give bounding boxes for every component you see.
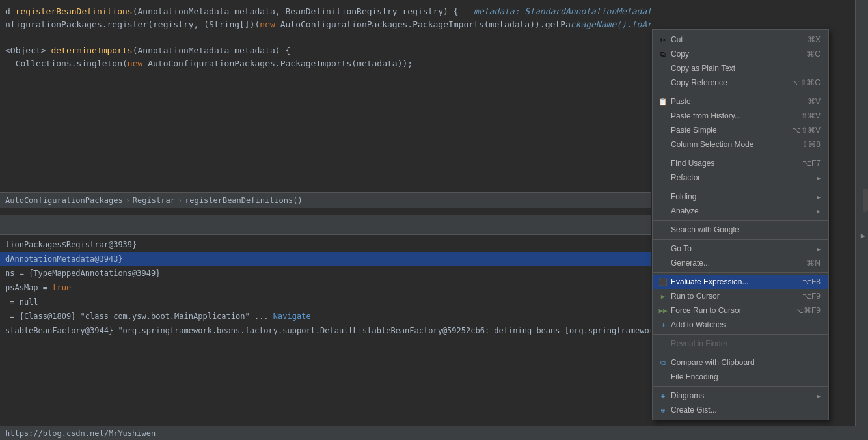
- refactor-arrow: [817, 174, 821, 182]
- cut-menu-item[interactable]: ✂ Cut ⌘X: [653, 33, 828, 47]
- diagram-icon: ◈: [658, 391, 668, 401]
- breadcrumb-sep-2: ›: [178, 196, 182, 205]
- debug-line-2[interactable]: dAnnotationMetadata@3943}: [0, 252, 651, 266]
- goto-menu-item[interactable]: Go To: [653, 241, 828, 256]
- cut-shortcut: ⌘X: [807, 35, 821, 44]
- run-cursor-icon: ▶: [658, 291, 668, 301]
- watch-icon: ＋: [658, 320, 668, 330]
- force-run-label: Force Run to Cursor: [671, 306, 742, 315]
- generate-shortcut: ⌘N: [807, 258, 821, 268]
- paste-simple-shortcut: ⌥⇧⌘V: [792, 126, 821, 135]
- navigate-link[interactable]: Navigate: [273, 310, 311, 323]
- copy-label: Copy: [671, 49, 689, 59]
- breadcrumb-item-2[interactable]: Registrar: [133, 196, 175, 205]
- find-usages-menu-item[interactable]: Find Usages ⌥F7: [653, 156, 828, 171]
- force-run-menu-item[interactable]: ▶▶ Force Run to Cursor ⌥⌘F9: [653, 303, 828, 318]
- debug-line-3[interactable]: ns = {TypeMappedAnnotations@3949}: [0, 266, 651, 281]
- paste-history-label: Paste from History...: [671, 111, 741, 120]
- diagrams-label: Diagrams: [671, 391, 704, 400]
- paste-history-shortcut: ⇧⌘V: [801, 111, 821, 120]
- scrollbar[interactable]: [863, 189, 868, 212]
- evaluate-shortcut: ⌥F8: [802, 277, 821, 286]
- column-mode-label: Column Selection Mode: [671, 140, 753, 149]
- code-line-singleton: Collections .singleton( new AutoConfigur…: [0, 57, 651, 70]
- compare-clipboard-menu-item[interactable]: ⧉ Compare with Clipboard: [653, 355, 828, 370]
- gist-icon: ⊕: [658, 405, 668, 415]
- refactor-menu-item[interactable]: Refactor: [653, 171, 828, 185]
- code-line-method: < Object > determineImports ( Annotation…: [0, 44, 651, 57]
- copy-plain-menu-item[interactable]: Copy as Plain Text: [653, 61, 828, 76]
- search-google-menu-item[interactable]: Search with Google: [653, 223, 828, 237]
- code-line-blank: [0, 31, 651, 44]
- breadcrumb-item-3[interactable]: registerBeanDefinitions(): [185, 196, 303, 205]
- right-panel: ▶: [855, 0, 868, 440]
- debug-line-7[interactable]: stableBeanFactory@3944} "org.springframe…: [0, 323, 651, 338]
- add-watches-menu-item[interactable]: ＋ Add to Watches: [653, 318, 828, 332]
- separator-6: [653, 272, 828, 273]
- paste-label: Paste: [671, 97, 691, 106]
- separator-7: [653, 334, 828, 335]
- separator-1: [653, 92, 828, 92]
- separator-2: [653, 154, 828, 154]
- paste-icon: 📋: [658, 96, 668, 107]
- debug-toolbar: [0, 215, 651, 235]
- code-content: d registerBeanDefinitions ( AnnotationMe…: [0, 0, 651, 76]
- folding-label: Folding: [671, 192, 696, 201]
- debug-line-1[interactable]: tionPackages$Registrar@3939}: [0, 238, 651, 252]
- folding-arrow: [817, 193, 821, 201]
- folding-menu-item[interactable]: Folding: [653, 189, 828, 204]
- separator-5: [653, 239, 828, 240]
- file-encoding-menu-item[interactable]: File Encoding: [653, 370, 828, 384]
- editor-area: d registerBeanDefinitions ( AnnotationMe…: [0, 0, 651, 440]
- copy-menu-item[interactable]: ⧉ Copy ⌘C: [653, 47, 828, 61]
- generate-label: Generate...: [671, 258, 710, 268]
- copy-ref-menu-item[interactable]: Copy Reference ⌥⇧⌘C: [653, 76, 828, 90]
- debug-vars: tionPackages$Registrar@3939} dAnnotation…: [0, 235, 651, 340]
- code-line-1: d registerBeanDefinitions ( AnnotationMe…: [0, 5, 651, 18]
- reveal-finder-label: Reveal in Finder: [671, 339, 727, 348]
- analyze-label: Analyze: [671, 206, 699, 215]
- add-watches-label: Add to Watches: [671, 320, 726, 329]
- run-cursor-label: Run to Cursor: [671, 292, 720, 301]
- column-mode-shortcut: ⇧⌘8: [802, 140, 821, 149]
- debug-line-5[interactable]: = null: [0, 295, 651, 309]
- run-cursor-shortcut: ⌥F9: [802, 292, 821, 301]
- separator-4: [653, 220, 828, 221]
- paste-shortcut: ⌘V: [807, 97, 821, 106]
- file-encoding-label: File Encoding: [671, 372, 718, 381]
- status-url: https://blog.csdn.net/MrYushiwen: [5, 429, 156, 438]
- separator-3: [653, 187, 828, 187]
- goto-label: Go To: [671, 244, 692, 253]
- compare-icon: ⧉: [658, 357, 668, 368]
- analyze-menu-item[interactable]: Analyze: [653, 204, 828, 218]
- run-cursor-menu-item[interactable]: ▶ Run to Cursor ⌥F9: [653, 289, 828, 303]
- right-panel-icon-1: ▶: [861, 231, 865, 240]
- paste-history-menu-item[interactable]: Paste from History... ⇧⌘V: [653, 109, 828, 123]
- context-menu: ✂ Cut ⌘X ⧉ Copy ⌘C Copy as Plain Text Co…: [652, 29, 829, 420]
- paste-simple-menu-item[interactable]: Paste Simple ⌥⇧⌘V: [653, 123, 828, 137]
- debug-line-6[interactable]: = {Class@1809} "class com.ysw.boot.MainA…: [0, 309, 651, 323]
- reveal-finder-menu-item[interactable]: Reveal in Finder: [653, 337, 828, 351]
- breadcrumb-item-1[interactable]: AutoConfigurationPackages: [5, 196, 123, 205]
- paste-simple-label: Paste Simple: [671, 126, 717, 135]
- force-run-shortcut: ⌥⌘F9: [794, 306, 821, 315]
- goto-arrow: [817, 245, 821, 253]
- diagrams-menu-item[interactable]: ◈ Diagrams: [653, 389, 828, 403]
- column-mode-menu-item[interactable]: Column Selection Mode ⇧⌘8: [653, 137, 828, 152]
- debug-line-4[interactable]: psAsMap = true: [0, 281, 651, 295]
- find-usages-label: Find Usages: [671, 159, 714, 168]
- paste-menu-item[interactable]: 📋 Paste ⌘V: [653, 94, 828, 109]
- breadcrumb: AutoConfigurationPackages › Registrar › …: [0, 192, 651, 208]
- copy-shortcut: ⌘C: [807, 49, 821, 59]
- evaluate-menu-item[interactable]: ⬛ Evaluate Expression... ⌥F8: [653, 275, 828, 289]
- scissors-icon: ✂: [658, 34, 668, 45]
- generate-menu-item[interactable]: Generate... ⌘N: [653, 256, 828, 270]
- copy-ref-shortcut: ⌥⇧⌘C: [791, 78, 821, 87]
- analyze-arrow: [817, 207, 821, 215]
- cut-label: Cut: [671, 35, 683, 44]
- separator-8: [653, 353, 828, 353]
- compare-clipboard-label: Compare with Clipboard: [671, 358, 755, 367]
- find-usages-shortcut: ⌥F7: [802, 159, 821, 168]
- create-gist-menu-item[interactable]: ⊕ Create Gist...: [653, 403, 828, 417]
- eval-icon: ⬛: [658, 277, 668, 287]
